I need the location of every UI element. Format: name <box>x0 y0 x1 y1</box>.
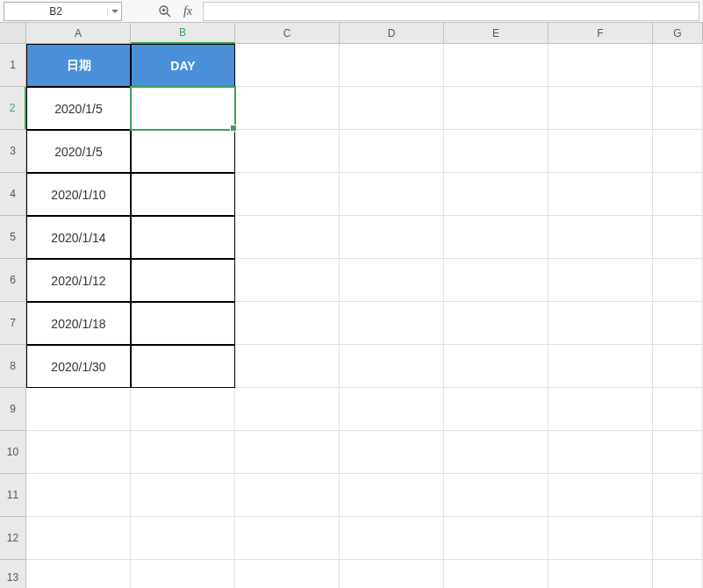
cell-A6[interactable]: 2020/1/12 <box>26 259 131 302</box>
row-header-11[interactable]: 11 <box>0 474 26 517</box>
cell[interactable] <box>653 87 703 130</box>
spreadsheet-grid[interactable]: A B C D E F G 1 日期 DAY 2 2020/1/5 3 2020… <box>0 23 703 588</box>
zoom-icon[interactable] <box>157 4 173 19</box>
cell[interactable] <box>235 44 340 87</box>
cell[interactable] <box>444 44 549 87</box>
cell[interactable] <box>653 302 703 345</box>
cell[interactable] <box>549 474 653 517</box>
cell[interactable] <box>340 345 444 388</box>
cell[interactable] <box>653 388 703 431</box>
cell[interactable] <box>340 130 444 173</box>
col-header-G[interactable]: G <box>653 23 703 44</box>
cell-B5[interactable] <box>131 216 235 259</box>
row-header-7[interactable]: 7 <box>0 302 26 345</box>
cell[interactable] <box>549 345 653 388</box>
cell[interactable] <box>235 302 340 345</box>
cell[interactable] <box>131 474 235 517</box>
cell-B8[interactable] <box>131 345 235 388</box>
cell[interactable] <box>235 87 340 130</box>
cell[interactable] <box>653 216 703 259</box>
cell[interactable] <box>444 345 549 388</box>
cell[interactable] <box>235 560 340 588</box>
cell[interactable] <box>340 87 444 130</box>
cell-B2-active[interactable] <box>131 87 235 130</box>
cell[interactable] <box>235 474 340 517</box>
name-box[interactable]: B2 <box>4 2 122 21</box>
col-header-C[interactable]: C <box>235 23 340 44</box>
row-header-3[interactable]: 3 <box>0 130 26 173</box>
fx-icon[interactable]: fx <box>180 4 196 19</box>
cell[interactable] <box>235 345 340 388</box>
cell[interactable] <box>131 388 235 431</box>
cell[interactable] <box>131 517 235 560</box>
formula-input[interactable] <box>203 2 699 21</box>
cell[interactable] <box>340 517 444 560</box>
col-header-D[interactable]: D <box>340 23 444 44</box>
header-cell-day[interactable]: DAY <box>131 44 235 87</box>
cell-B7[interactable] <box>131 302 235 345</box>
cell[interactable] <box>444 474 549 517</box>
cell[interactable] <box>549 560 653 588</box>
cell[interactable] <box>549 388 653 431</box>
select-all-corner[interactable] <box>0 23 26 44</box>
cell[interactable] <box>235 259 340 302</box>
cell[interactable] <box>549 173 653 216</box>
cell[interactable] <box>235 216 340 259</box>
cell-A8[interactable]: 2020/1/30 <box>26 345 131 388</box>
col-header-B[interactable]: B <box>131 23 235 44</box>
cell[interactable] <box>549 431 653 474</box>
cell-B4[interactable] <box>131 173 235 216</box>
cell[interactable] <box>549 302 653 345</box>
cell[interactable] <box>340 216 444 259</box>
cell[interactable] <box>549 259 653 302</box>
cell[interactable] <box>444 173 549 216</box>
cell[interactable] <box>653 173 703 216</box>
cell[interactable] <box>235 431 340 474</box>
cell[interactable] <box>340 44 444 87</box>
cell[interactable] <box>340 259 444 302</box>
col-header-E[interactable]: E <box>444 23 549 44</box>
cell-B3[interactable] <box>131 130 235 173</box>
cell[interactable] <box>444 388 549 431</box>
cell[interactable] <box>26 431 131 474</box>
cell-B6[interactable] <box>131 259 235 302</box>
cell[interactable] <box>549 216 653 259</box>
cell[interactable] <box>549 130 653 173</box>
cell[interactable] <box>235 130 340 173</box>
cell[interactable] <box>444 259 549 302</box>
row-header-2[interactable]: 2 <box>0 87 26 130</box>
row-header-4[interactable]: 4 <box>0 173 26 216</box>
cell[interactable] <box>26 474 131 517</box>
cell[interactable] <box>653 259 703 302</box>
header-cell-date[interactable]: 日期 <box>26 44 131 87</box>
cell[interactable] <box>131 560 235 588</box>
cell[interactable] <box>444 560 549 588</box>
row-header-1[interactable]: 1 <box>0 44 26 87</box>
chevron-down-icon[interactable] <box>107 8 121 15</box>
cell[interactable] <box>444 431 549 474</box>
cell[interactable] <box>26 388 131 431</box>
cell[interactable] <box>235 388 340 431</box>
cell[interactable] <box>131 431 235 474</box>
cell-A2[interactable]: 2020/1/5 <box>26 87 131 130</box>
cell[interactable] <box>444 517 549 560</box>
cell[interactable] <box>340 560 444 588</box>
cell-A7[interactable]: 2020/1/18 <box>26 302 131 345</box>
cell[interactable] <box>340 173 444 216</box>
col-header-A[interactable]: A <box>26 23 131 44</box>
row-header-8[interactable]: 8 <box>0 345 26 388</box>
row-header-12[interactable]: 12 <box>0 517 26 560</box>
cell[interactable] <box>444 130 549 173</box>
cell[interactable] <box>653 517 703 560</box>
cell-A5[interactable]: 2020/1/14 <box>26 216 131 259</box>
cell[interactable] <box>340 302 444 345</box>
cell[interactable] <box>653 474 703 517</box>
col-header-F[interactable]: F <box>549 23 653 44</box>
row-header-6[interactable]: 6 <box>0 259 26 302</box>
cell-A4[interactable]: 2020/1/10 <box>26 173 131 216</box>
cell[interactable] <box>340 431 444 474</box>
row-header-10[interactable]: 10 <box>0 431 26 474</box>
row-header-13[interactable]: 13 <box>0 560 26 588</box>
cell[interactable] <box>653 44 703 87</box>
cell[interactable] <box>549 517 653 560</box>
